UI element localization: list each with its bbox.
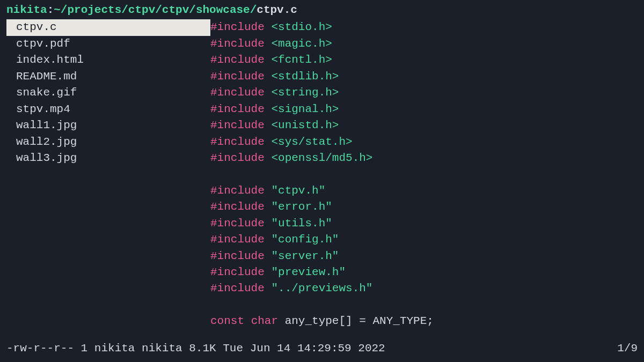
code-line: #include "utils.h": [210, 216, 638, 232]
code-token: #include: [210, 70, 265, 83]
code-token: #include: [210, 152, 265, 164]
code-token: [265, 282, 272, 294]
directory-path: ~/projects/ctpv/ctpv/showcase/: [54, 4, 257, 16]
file-item[interactable]: README.md: [6, 69, 210, 85]
file-list[interactable]: ctpv.cctpv.pdfindex.htmlREADME.mdsnake.g…: [6, 19, 210, 329]
file-item[interactable]: ctpv.pdf: [6, 36, 210, 52]
code-token: "config.h": [271, 233, 339, 246]
file-info: -rw-r--r-- 1 nikita nikita 8.1K Tue Jun …: [6, 341, 385, 357]
code-line: [210, 297, 638, 313]
code-token: [265, 152, 272, 164]
code-line: #include <unistd.h>: [210, 117, 638, 134]
code-token: <string.h>: [271, 86, 339, 99]
code-token: "../previews.h": [271, 282, 372, 294]
code-line: #include <fcntl.h>: [210, 52, 638, 68]
file-item[interactable]: wall2.jpg: [6, 134, 210, 150]
file-item[interactable]: ctpv.c: [6, 19, 210, 35]
code-token: char: [251, 315, 278, 327]
code-line: [210, 166, 638, 182]
code-token: [265, 184, 272, 197]
code-token: <signal.h>: [271, 103, 339, 115]
code-token: "server.h": [271, 250, 339, 262]
code-token: #include: [210, 86, 265, 99]
code-line: #include <sys/stat.h>: [210, 134, 638, 150]
code-token: [244, 315, 251, 327]
current-file-name: ctpv.c: [257, 4, 297, 16]
code-token: any_type[] = ANY_TYPE;: [278, 315, 434, 327]
code-token: [265, 201, 272, 213]
user-name: nikita: [6, 4, 47, 16]
file-position: 1/9: [617, 341, 638, 357]
code-token: #include: [210, 282, 265, 294]
code-line: #include "error.h": [210, 199, 638, 215]
code-token: [265, 250, 272, 262]
code-token: #include: [210, 103, 265, 115]
code-line: #include "config.h": [210, 232, 638, 248]
code-line: #include "ctpv.h": [210, 183, 638, 199]
code-token: [265, 38, 272, 50]
code-token: [265, 54, 272, 66]
code-token: #include: [210, 201, 265, 213]
code-token: #include: [210, 266, 265, 278]
code-token: [265, 70, 272, 83]
code-token: [265, 119, 272, 131]
code-token: #include: [210, 38, 265, 50]
path-header: nikita:~/projects/ctpv/ctpv/showcase/ctp…: [0, 0, 644, 19]
code-token: [265, 21, 272, 33]
file-item[interactable]: wall1.jpg: [6, 117, 210, 134]
code-token: [265, 217, 272, 230]
code-line: #include <stdlib.h>: [210, 69, 638, 85]
code-token: [265, 266, 272, 278]
code-line: #include "server.h": [210, 248, 638, 264]
file-item[interactable]: wall3.jpg: [6, 150, 210, 166]
code-token: "error.h": [271, 201, 332, 213]
code-token: [265, 103, 272, 115]
code-token: [265, 86, 272, 99]
code-token: <sys/stat.h>: [271, 136, 352, 148]
code-line: #include <magic.h>: [210, 36, 638, 52]
code-token: #include: [210, 21, 265, 33]
main-content: ctpv.cctpv.pdfindex.htmlREADME.mdsnake.g…: [0, 19, 644, 329]
code-token: const: [210, 315, 244, 327]
code-token: #include: [210, 233, 265, 246]
code-token: #include: [210, 184, 265, 197]
file-item[interactable]: snake.gif: [6, 85, 210, 101]
file-item[interactable]: index.html: [6, 52, 210, 68]
path-separator: :: [47, 4, 54, 16]
code-token: "utils.h": [271, 217, 332, 230]
file-item[interactable]: stpv.mp4: [6, 101, 210, 117]
code-line: #include <string.h>: [210, 85, 638, 101]
code-token: <magic.h>: [271, 38, 332, 50]
code-token: #include: [210, 119, 265, 131]
code-token: [265, 233, 272, 246]
code-token: [265, 136, 272, 148]
code-token: #include: [210, 250, 265, 262]
code-token: <openssl/md5.h>: [271, 152, 372, 164]
code-token: <fcntl.h>: [271, 54, 332, 66]
code-line: #include "../previews.h": [210, 280, 638, 297]
code-line: #include <signal.h>: [210, 101, 638, 117]
code-token: "ctpv.h": [271, 184, 325, 197]
code-token: #include: [210, 217, 265, 230]
code-token: #include: [210, 136, 265, 148]
code-token: #include: [210, 54, 265, 66]
code-token: <stdlib.h>: [271, 70, 339, 83]
code-line: #include <stdio.h>: [210, 19, 638, 35]
code-line: const char any_type[] = ANY_TYPE;: [210, 313, 638, 329]
code-line: #include <openssl/md5.h>: [210, 150, 638, 166]
code-token: "preview.h": [271, 266, 346, 278]
preview-pane[interactable]: #include <stdio.h>#include <magic.h>#inc…: [210, 19, 638, 329]
code-line: #include "preview.h": [210, 264, 638, 280]
status-bar: -rw-r--r-- 1 nikita nikita 8.1K Tue Jun …: [6, 341, 638, 357]
code-token: <unistd.h>: [271, 119, 339, 131]
code-token: <stdio.h>: [271, 21, 332, 33]
